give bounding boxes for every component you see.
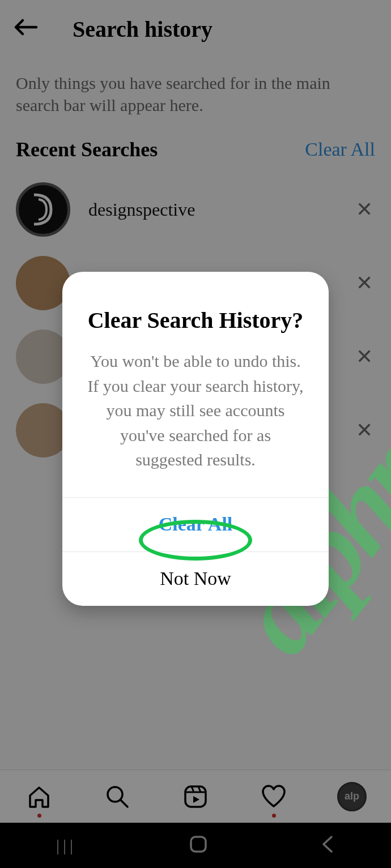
dialog-not-now-button[interactable]: Not Now bbox=[62, 551, 329, 606]
dialog-title: Clear Search History? bbox=[62, 272, 329, 349]
dialog-body: You won't be able to undo this. If you c… bbox=[62, 349, 329, 497]
dialog-clear-all-button[interactable]: Clear All bbox=[62, 497, 329, 551]
clear-history-dialog: Clear Search History? You won't be able … bbox=[62, 272, 329, 606]
